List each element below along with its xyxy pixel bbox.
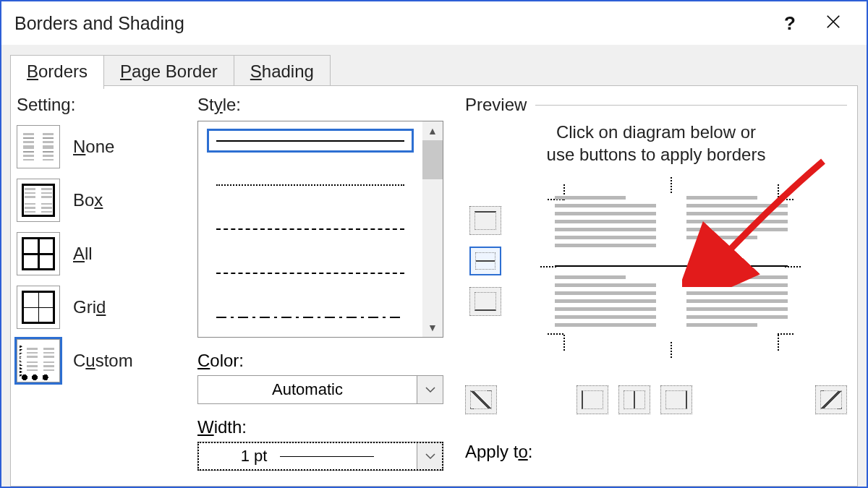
border-left-button[interactable] (576, 385, 608, 414)
scroll-thumb[interactable] (422, 140, 443, 179)
style-scrollbar[interactable]: ▲ ▼ (422, 121, 443, 337)
setting-custom[interactable]: Custom (17, 339, 190, 382)
style-section: Style: ▲ ▼ Color: Automatic (197, 95, 443, 471)
tab-shading[interactable]: Shading (234, 55, 331, 89)
border-diagonal-down-button[interactable] (465, 385, 497, 414)
style-dash-long[interactable] (207, 262, 414, 286)
border-horizontal-inside-button[interactable] (469, 247, 501, 275)
tab-borders[interactable]: Borders (10, 55, 104, 89)
tab-bar: Borders Page Border Shading (10, 55, 331, 89)
color-dropdown-button[interactable] (417, 376, 443, 403)
setting-none[interactable]: None (17, 125, 190, 168)
border-vertical-inside-button[interactable] (618, 385, 650, 414)
border-top-button[interactable] (469, 206, 501, 235)
tab-page-border[interactable]: Page Border (103, 55, 234, 89)
setting-all[interactable]: All (17, 232, 190, 275)
border-diagonal-up-button[interactable] (815, 385, 847, 414)
setting-box[interactable]: Box (17, 179, 190, 222)
scroll-down-icon[interactable]: ▼ (427, 318, 438, 337)
chevron-down-icon (425, 453, 435, 460)
titlebar: Borders and Shading ? (1, 1, 867, 45)
preview-section: Preview Click on diagram below or use bu… (465, 95, 847, 354)
preview-label: Preview (465, 95, 527, 115)
setting-grid-icon (17, 286, 60, 329)
style-solid[interactable] (207, 129, 414, 153)
style-dash-dot[interactable] (207, 306, 414, 330)
color-dropdown[interactable]: Automatic (197, 375, 443, 404)
preview-hint: Click on diagram below or use buttons to… (465, 121, 847, 166)
close-icon (825, 14, 841, 30)
scroll-up-icon[interactable]: ▲ (427, 121, 438, 140)
style-dash-short[interactable] (207, 217, 414, 241)
panel: Setting: None Box (10, 85, 858, 487)
setting-all-icon (17, 232, 60, 275)
width-preview-line (280, 456, 374, 457)
setting-custom-icon (17, 339, 60, 382)
width-dropdown[interactable]: 1 pt (197, 442, 443, 471)
tab-borders-rest: orders (38, 61, 88, 81)
setting-section: Setting: None Box (17, 95, 190, 382)
border-bottom-button[interactable] (469, 287, 501, 316)
setting-label: Setting: (17, 95, 190, 115)
style-dotted[interactable] (207, 173, 414, 197)
setting-none-icon (17, 125, 60, 168)
close-button[interactable] (812, 12, 855, 35)
workarea: Borders Page Border Shading Setting: Non… (1, 45, 867, 487)
width-dropdown-button[interactable] (417, 442, 443, 470)
style-list: ▲ ▼ (197, 121, 443, 338)
width-value: 1 pt (241, 447, 268, 466)
setting-grid[interactable]: Grid (17, 286, 190, 329)
setting-box-icon (17, 179, 60, 222)
color-value: Automatic (198, 380, 417, 399)
preview-diagram[interactable] (552, 187, 791, 346)
border-right-button[interactable] (660, 385, 692, 414)
chevron-down-icon (425, 386, 435, 393)
dialog-title: Borders and Shading (14, 13, 768, 34)
help-button[interactable]: ? (768, 12, 812, 35)
